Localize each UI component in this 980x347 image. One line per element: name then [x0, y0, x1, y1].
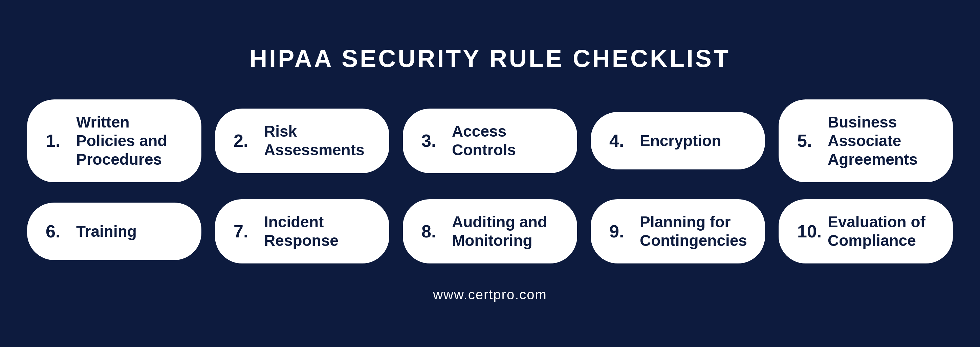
- checklist-item-9: 9.Planning for Contingencies: [591, 199, 765, 263]
- item-number-10: 10.: [797, 221, 821, 241]
- item-number-8: 8.: [422, 221, 445, 241]
- checklist-item-2: 2.Risk Assessments: [215, 109, 389, 173]
- checklist-item-8: 8.Auditing and Monitoring: [403, 199, 577, 263]
- checklist-item-4: 4.Encryption: [591, 112, 765, 170]
- footer-url: www.certpro.com: [433, 287, 547, 303]
- checklist-item-3: 3.Access Controls: [403, 109, 577, 173]
- item-number-6: 6.: [46, 221, 69, 241]
- checklist-grid: 1.Written Policies and Procedures2.Risk …: [27, 100, 953, 264]
- item-number-2: 2.: [234, 130, 257, 151]
- item-number-3: 3.: [422, 130, 445, 151]
- item-label-3: Access Controls: [452, 122, 558, 159]
- item-label-9: Planning for Contingencies: [640, 213, 747, 250]
- row-2: 6.Training7.Incident Response8.Auditing …: [27, 199, 953, 263]
- item-label-2: Risk Assessments: [264, 122, 371, 159]
- item-number-1: 1.: [46, 130, 69, 151]
- item-label-6: Training: [76, 222, 137, 241]
- checklist-item-5: 5.Business Associate Agreements: [779, 100, 953, 183]
- checklist-item-10: 10.Evaluation of Compliance: [779, 199, 953, 263]
- item-number-7: 7.: [234, 221, 257, 241]
- item-number-4: 4.: [609, 130, 633, 151]
- item-number-9: 9.: [609, 221, 633, 241]
- item-label-5: Business Associate Agreements: [828, 113, 934, 169]
- row-1: 1.Written Policies and Procedures2.Risk …: [27, 100, 953, 183]
- item-number-5: 5.: [797, 130, 821, 151]
- item-label-7: Incident Response: [264, 213, 371, 250]
- item-label-1: Written Policies and Procedures: [76, 113, 183, 169]
- page-title: HIPAA SECURITY RULE CHECKLIST: [250, 44, 730, 72]
- checklist-item-6: 6.Training: [27, 203, 201, 260]
- item-label-8: Auditing and Monitoring: [452, 213, 558, 250]
- checklist-item-1: 1.Written Policies and Procedures: [27, 100, 201, 183]
- item-label-4: Encryption: [640, 132, 721, 150]
- item-label-10: Evaluation of Compliance: [828, 213, 934, 250]
- checklist-item-7: 7.Incident Response: [215, 199, 389, 263]
